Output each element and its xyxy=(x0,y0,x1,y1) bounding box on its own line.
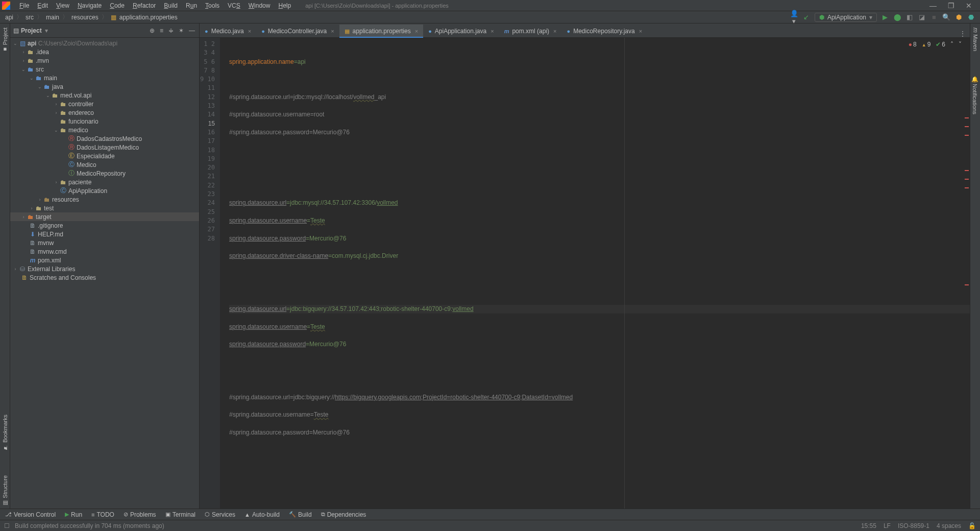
tree-mvnwcmd: 🗎mvnw.cmd xyxy=(10,247,199,256)
run-config-selector[interactable]: ⬢ ApiApplication ▾ xyxy=(815,13,877,22)
tw-version-control[interactable]: ⎇Version Control xyxy=(5,511,56,518)
weak-count: 6 xyxy=(936,41,945,48)
line-gutter: 1 2 3 4 5 6 7 8 9 10 11 12 13 14 15 16 1… xyxy=(200,38,220,509)
menu-view[interactable]: View xyxy=(52,2,74,9)
close-icon: × xyxy=(248,28,251,34)
tree-java: ⌄🖿java xyxy=(10,82,199,91)
project-view-icon: ▤ xyxy=(13,27,19,34)
menu-run[interactable]: Run xyxy=(182,2,201,9)
warning-count: 9 xyxy=(922,41,931,48)
project-sidebar: ▤ Project ▾ ⊕ ≡ ≑ ✶ — ⌄▧api C:\Users\Zoi… xyxy=(10,23,200,509)
tab-pom[interactable]: pom.xml (api)× xyxy=(499,24,562,37)
tree-mvnw: 🗎mvnw xyxy=(10,238,199,247)
tree-pkg: ⌄🖿med.vol.api xyxy=(10,91,199,100)
tab-medicorepository[interactable]: MedicoRepository.java× xyxy=(562,24,648,37)
locate-icon[interactable]: ⊕ xyxy=(150,27,155,34)
menu-build[interactable]: Build xyxy=(160,2,182,9)
tw-todo[interactable]: ≡TODO xyxy=(91,511,114,518)
menu-edit[interactable]: Edit xyxy=(33,2,52,9)
view-mode-dropdown[interactable]: ▾ xyxy=(45,27,48,34)
sidebar-title[interactable]: Project xyxy=(21,27,42,34)
close-icon: × xyxy=(639,28,642,34)
project-tree[interactable]: ⌄▧api C:\Users\Zoio\Downloads\api ›🖿.ide… xyxy=(10,38,199,509)
settings-icon[interactable]: ✶ xyxy=(179,27,184,34)
maven-tool-button[interactable]: m Maven xyxy=(972,26,979,53)
menu-file[interactable]: File xyxy=(15,2,33,9)
crumb-4[interactable]: application.properties xyxy=(117,14,180,21)
tree-src: ⌄🖿src xyxy=(10,65,199,74)
menu-vcs[interactable]: VCS xyxy=(224,2,244,9)
profile-icon[interactable]: ◪ xyxy=(918,13,926,21)
menu-tools[interactable]: Tools xyxy=(201,2,224,9)
tree-main: ⌄🖿main xyxy=(10,74,199,82)
tree-scratch: 🗎Scratches and Consoles xyxy=(10,273,199,282)
notifications-icon[interactable]: ⬣ xyxy=(967,13,975,21)
close-icon: × xyxy=(553,28,556,34)
maximize-icon[interactable]: ❐ xyxy=(948,2,954,10)
run-config-label: ApiApplication xyxy=(827,14,866,21)
tw-run[interactable]: Run xyxy=(65,511,82,518)
vcs-update-icon[interactable]: ↙ xyxy=(802,13,811,21)
tab-more-icon[interactable]: ⋮ xyxy=(955,30,970,37)
tree-mrepo: ⒾMedicoRepository xyxy=(10,169,199,178)
tree-pom: mpom.xml xyxy=(10,256,199,264)
properties-icon xyxy=(111,14,116,21)
tab-medicocontroller[interactable]: MedicoController.java× xyxy=(256,24,339,37)
tw-problems[interactable]: ⊘Problems xyxy=(124,511,156,518)
editor-area: Medico.java× MedicoController.java× appl… xyxy=(200,23,970,509)
column-guide xyxy=(624,38,625,509)
debug-icon[interactable]: ⬤ xyxy=(893,13,901,21)
project-tool-button[interactable]: ■ Project xyxy=(2,26,8,55)
code-editor[interactable]: 1 2 3 4 5 6 7 8 9 10 11 12 13 14 15 16 1… xyxy=(200,38,970,509)
coverage-icon[interactable]: ◧ xyxy=(905,13,914,21)
run-icon[interactable] xyxy=(881,13,889,21)
search-icon[interactable]: 🔍 xyxy=(942,13,950,21)
error-stripe[interactable] xyxy=(965,73,969,509)
tree-mvn: ›🖿.mvn xyxy=(10,56,199,65)
chevron-up-icon[interactable]: ˄ xyxy=(950,41,953,48)
left-toolstrip: ■ Project ⚑ Bookmarks ▤ Structure xyxy=(0,23,10,509)
tree-controller: ›🖿controller xyxy=(10,100,199,108)
menu-code[interactable]: Code xyxy=(106,2,129,9)
close-icon: × xyxy=(491,28,494,34)
minimize-icon[interactable]: — xyxy=(929,2,937,10)
close-icon: × xyxy=(331,28,334,34)
menu-refactor[interactable]: Refactor xyxy=(129,2,160,9)
crumb-3[interactable]: resources xyxy=(69,14,101,21)
sidebar-header: ▤ Project ▾ ⊕ ≡ ≑ ✶ — xyxy=(10,23,199,38)
tree-endereco: ›🖿endereco xyxy=(10,108,199,117)
inspection-widget[interactable]: 8 9 6 ˄ ˅ xyxy=(906,40,964,49)
crumb-0[interactable]: api xyxy=(3,14,15,21)
code-content[interactable]: spring.application.name=api #spring.data… xyxy=(220,38,970,509)
hide-icon[interactable]: — xyxy=(189,27,195,34)
tree-root: ⌄▧api C:\Users\Zoio\Downloads\api xyxy=(10,39,199,47)
tw-terminal[interactable]: ▣Terminal xyxy=(165,511,195,518)
chevron-down-icon[interactable]: ˅ xyxy=(959,41,962,48)
tab-apiapplication[interactable]: ApiApplication.java× xyxy=(423,24,499,37)
crumb-2[interactable]: main xyxy=(44,14,61,21)
tree-help: ⬇HELP.md xyxy=(10,230,199,238)
tab-medico[interactable]: Medico.java× xyxy=(200,24,256,37)
status-message: Build completed successfully in 704 ms (… xyxy=(15,522,164,529)
stop-icon[interactable]: ■ xyxy=(930,13,938,21)
tab-application-properties[interactable]: application.properties× xyxy=(339,25,424,38)
quick-access-icon[interactable]: ☐ xyxy=(4,522,10,529)
menu-help[interactable]: Help xyxy=(274,2,295,9)
window-title: api [C:\Users\Zoio\Downloads\api] - appl… xyxy=(305,3,449,9)
notifications-tool-button[interactable]: 🔔 Notifications xyxy=(972,74,978,116)
bookmarks-tool-button[interactable]: ⚑ Bookmarks xyxy=(2,413,8,453)
add-user-icon[interactable]: 👤▾ xyxy=(790,10,798,25)
menu-navigate[interactable]: Navigate xyxy=(74,2,106,9)
right-toolstrip: m Maven 🔔 Notifications xyxy=(970,23,980,509)
tree-idea: ›🖿.idea xyxy=(10,47,199,56)
close-icon[interactable]: ✕ xyxy=(966,2,972,10)
menu-window[interactable]: Window xyxy=(244,2,275,9)
crumb-1[interactable]: src xyxy=(23,14,36,21)
tree-dlm: ⓇDadosListagemMedico xyxy=(10,143,199,152)
tree-extlib: ›⛁External Libraries xyxy=(10,264,199,273)
ide-settings-icon[interactable]: ⬢ xyxy=(954,13,963,21)
expand-all-icon[interactable]: ≡ xyxy=(160,27,163,34)
structure-tool-button[interactable]: ▤ Structure xyxy=(2,473,8,509)
collapse-all-icon[interactable]: ≑ xyxy=(168,27,174,34)
tree-target: ›🖿target xyxy=(10,212,199,221)
